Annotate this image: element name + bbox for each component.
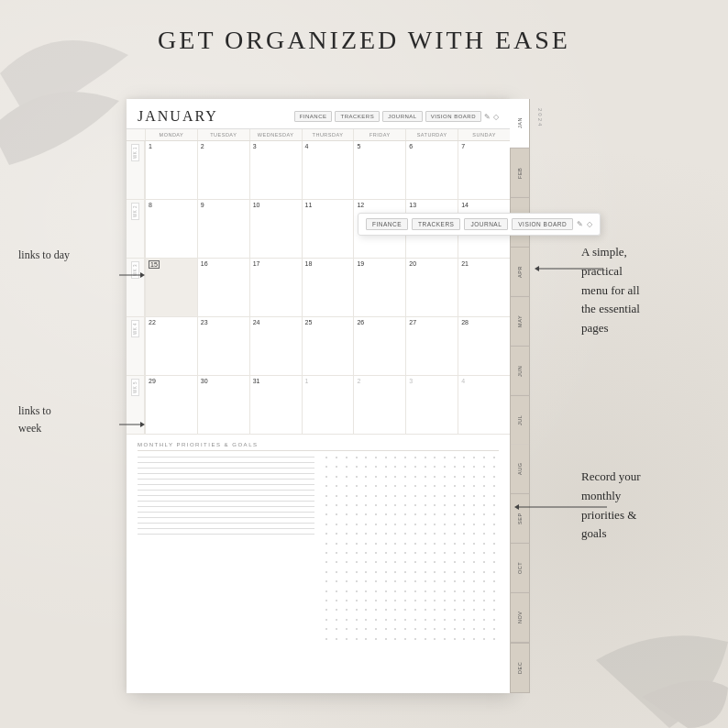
calendar-day-18[interactable]: 18 xyxy=(302,259,354,316)
month-tab-nov[interactable]: NOV xyxy=(510,593,530,643)
calendar-day-9[interactable]: 9 xyxy=(197,200,249,258)
calendar-day-3[interactable]: 3 xyxy=(249,141,302,199)
week-label-text-5: WK 5 xyxy=(131,379,139,396)
calendar-day-16[interactable]: 16 xyxy=(197,259,249,316)
dot xyxy=(425,638,426,640)
calendar-day-27[interactable]: 27 xyxy=(405,317,458,375)
month-tab-apr[interactable]: APR xyxy=(510,248,530,297)
dot xyxy=(414,495,416,497)
dot xyxy=(414,504,416,506)
dot xyxy=(336,533,337,535)
calendar-day-23[interactable]: 23 xyxy=(197,317,249,375)
calendar-day-25[interactable]: 25 xyxy=(302,317,354,375)
month-tab-may[interactable]: MAY xyxy=(510,297,530,347)
month-tab-jul[interactable]: JUL xyxy=(510,396,530,446)
dot xyxy=(483,619,485,621)
calendar-day-20[interactable]: 20 xyxy=(405,259,458,316)
calendar-day-8[interactable]: 8 xyxy=(145,200,197,258)
week-label-1[interactable]: WK 1 xyxy=(127,141,145,199)
dot xyxy=(414,638,416,640)
nav-tab-journal[interactable]: JOURNAL xyxy=(382,111,423,122)
month-tab-aug[interactable]: AUG xyxy=(510,445,530,494)
calendar-day-feb2[interactable]: 2 xyxy=(353,376,405,434)
dot xyxy=(365,533,367,535)
calendar-day-10[interactable]: 10 xyxy=(249,200,302,258)
popup-edit-icon[interactable]: ✎ xyxy=(577,220,583,228)
dot xyxy=(346,457,347,458)
nav-tab-finance[interactable]: FINANCE xyxy=(294,111,333,122)
calendar-day-21[interactable]: 21 xyxy=(458,259,510,316)
week-label-4[interactable]: WK 4 xyxy=(127,317,145,375)
calendar-day-2[interactable]: 2 xyxy=(197,141,249,199)
dot xyxy=(493,638,495,640)
dot xyxy=(404,600,406,601)
month-tab-feb[interactable]: FEB xyxy=(510,149,530,198)
week-label-2[interactable]: WK 2 xyxy=(127,200,145,258)
dot xyxy=(346,513,347,515)
dot xyxy=(434,533,436,535)
calendar-day-feb3[interactable]: 3 xyxy=(405,376,458,434)
month-tab-oct[interactable]: OCT xyxy=(510,544,530,593)
dot xyxy=(454,457,456,458)
calendar-day-11[interactable]: 11 xyxy=(302,200,354,258)
calendar-week-3: WK 3 15 16 17 18 19 20 21 xyxy=(127,259,510,317)
dot xyxy=(404,476,406,478)
dot xyxy=(483,600,485,601)
dot xyxy=(434,466,436,468)
dot xyxy=(463,524,465,525)
calendar-day-7[interactable]: 7 xyxy=(458,141,510,199)
dot xyxy=(404,580,406,582)
dot xyxy=(483,638,485,640)
calendar-day-31[interactable]: 31 xyxy=(249,376,302,434)
svg-marker-7 xyxy=(514,504,519,510)
dot xyxy=(346,504,347,506)
popup-tab-trackers[interactable]: TRACKERS xyxy=(412,218,460,230)
planner-header: JANUARY FINANCE TRACKERS JOURNAL VISION … xyxy=(127,99,510,129)
dot xyxy=(365,485,367,487)
line-11 xyxy=(138,512,314,513)
dot xyxy=(473,580,475,582)
calendar-day-4[interactable]: 4 xyxy=(302,141,354,199)
calendar-grid: WK 1 1 2 3 4 5 6 7 WK 2 8 9 10 11 12 13 … xyxy=(127,141,510,435)
month-tabs[interactable]: JAN FEB MAR APR MAY JUN JUL AUG SEP OCT … xyxy=(510,99,530,693)
popup-tab-journal[interactable]: JOURNAL xyxy=(464,218,508,230)
dot xyxy=(493,619,495,621)
edit-icon[interactable]: ✎ xyxy=(484,113,491,121)
calendar-day-feb1[interactable]: 1 xyxy=(302,376,354,434)
nav-tab-vision-board[interactable]: VISION BOARD xyxy=(425,111,481,122)
calendar-day-29[interactable]: 29 xyxy=(145,376,197,434)
dot xyxy=(365,543,367,545)
nav-tab-trackers[interactable]: TRACKERS xyxy=(335,111,380,122)
popup-settings-icon[interactable]: ◇ xyxy=(587,220,592,228)
calendar-day-feb4[interactable]: 4 xyxy=(458,376,510,434)
dot xyxy=(375,504,377,506)
dot xyxy=(434,513,436,515)
calendar-day-26[interactable]: 26 xyxy=(353,317,405,375)
calendar-day-1[interactable]: 1 xyxy=(145,141,197,199)
dot xyxy=(365,466,367,468)
month-tab-jun[interactable]: JUN xyxy=(510,347,530,396)
popup-tab-vision-board[interactable]: VISION BOARD xyxy=(512,218,573,230)
month-tab-jan[interactable]: JAN xyxy=(510,99,530,149)
calendar-day-6[interactable]: 6 xyxy=(405,141,458,199)
calendar-day-24[interactable]: 24 xyxy=(249,317,302,375)
settings-icon[interactable]: ◇ xyxy=(493,113,499,121)
calendar-day-22[interactable]: 22 xyxy=(145,317,197,375)
dot xyxy=(385,476,387,478)
dot xyxy=(394,600,396,601)
calendar-day-28[interactable]: 28 xyxy=(458,317,510,375)
dot xyxy=(483,533,485,535)
calendar-day-15[interactable]: 15 xyxy=(145,259,197,316)
dot xyxy=(356,619,358,621)
calendar-day-19[interactable]: 19 xyxy=(353,259,405,316)
dot xyxy=(375,609,377,611)
calendar-day-17[interactable]: 17 xyxy=(249,259,302,316)
dot xyxy=(463,485,465,487)
calendar-day-5[interactable]: 5 xyxy=(353,141,405,199)
popup-tab-finance[interactable]: FINANCE xyxy=(366,218,408,230)
popup-menu[interactable]: FINANCE TRACKERS JOURNAL VISION BOARD ✎ … xyxy=(358,213,601,236)
calendar-day-30[interactable]: 30 xyxy=(197,376,249,434)
dot xyxy=(375,513,377,515)
dot xyxy=(365,609,367,611)
month-tab-dec[interactable]: DEC xyxy=(510,643,530,693)
